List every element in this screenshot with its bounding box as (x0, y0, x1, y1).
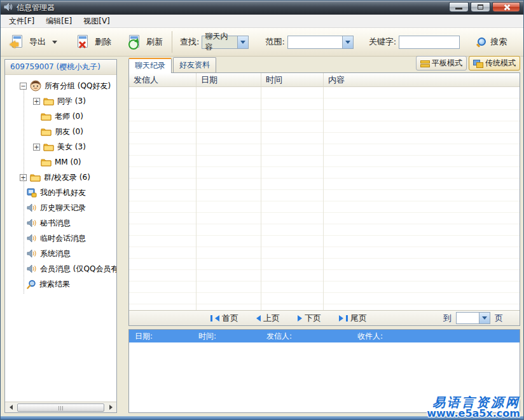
goto-page-arrow-button[interactable] (479, 313, 490, 323)
table-header: 发信人 日期 时间 内容 (129, 73, 520, 87)
first-page-button[interactable]: 首页 (210, 313, 238, 324)
delete-button[interactable]: 删除 (72, 32, 114, 51)
tab-chat-records[interactable]: 聊天纪录 (128, 58, 172, 73)
tree-item[interactable]: +美女 (3) (5, 139, 116, 154)
friend-tree: −所有分组 (QQ好友)+同学 (3)老师 (0)朋友 (0)+美女 (3)MM… (5, 75, 116, 402)
tree-item[interactable]: 老师 (0) (5, 109, 116, 124)
expand-toggle[interactable]: + (33, 144, 40, 151)
column-header-date[interactable]: 日期 (197, 73, 261, 86)
keyword-input[interactable] (399, 36, 460, 49)
expand-toggle[interactable]: + (20, 174, 27, 181)
traditional-mode-label: 传统模式 (485, 58, 516, 69)
speaker-icon (27, 249, 37, 258)
close-icon (503, 4, 510, 11)
refresh-button[interactable]: 刷新 (124, 32, 165, 51)
column-divider (323, 87, 324, 310)
speaker-icon (27, 234, 37, 243)
page-unit-label: 页 (495, 313, 503, 324)
last-page-button[interactable]: 尾页 (339, 313, 367, 324)
table-body[interactable] (129, 87, 520, 310)
menu-edit[interactable]: 编辑[E] (40, 15, 78, 28)
speaker-icon (27, 219, 37, 227)
column-header-content[interactable]: 内容 (324, 73, 520, 86)
traditional-mode-icon (473, 60, 482, 67)
toolbar-separator (172, 31, 172, 53)
menu-file[interactable]: 文件[F] (3, 15, 40, 28)
tree-item-label: 会员消息 (仅QQ会员有效) (40, 264, 116, 274)
menu-view[interactable]: 视图[V] (78, 15, 116, 28)
scrollbar-thumb[interactable] (17, 403, 104, 412)
goto-page-select[interactable] (456, 312, 490, 324)
find-select-arrow-button[interactable] (237, 36, 248, 48)
scope-select-value (288, 36, 342, 48)
tree-item-label: MM (0) (55, 158, 81, 166)
right-arrow-icon (109, 405, 113, 410)
prev-page-label: 上页 (263, 313, 280, 324)
collapse-toggle[interactable]: − (20, 83, 27, 90)
find-select-value: 聊天内容 (202, 36, 237, 48)
avatar-icon (30, 80, 41, 91)
tree-item[interactable]: +群/校友录 (6) (5, 170, 116, 185)
detail-sender-label: 发信人: (266, 331, 292, 342)
scope-select[interactable] (287, 36, 354, 49)
sidebar-horizontal-scrollbar[interactable] (5, 402, 116, 412)
keyword-label: 关键字: (369, 36, 396, 48)
export-button[interactable]: 导出 (7, 32, 60, 51)
delete-label: 删除 (95, 36, 111, 48)
first-page-icon (210, 315, 212, 322)
expand-toggle[interactable]: + (33, 98, 40, 105)
tree-item[interactable]: −所有分组 (QQ好友) (5, 78, 116, 93)
speaker-icon (27, 264, 37, 273)
prev-page-button[interactable]: 上页 (256, 313, 280, 324)
tab-friend-info[interactable]: 好友资料 (173, 57, 216, 72)
last-page-icon (346, 315, 348, 322)
column-header-sender[interactable]: 发信人 (129, 73, 197, 86)
first-page-label: 首页 (222, 313, 238, 324)
detail-date-label: 日期: (135, 331, 153, 342)
goto-page-value (457, 313, 479, 323)
tree-item[interactable]: 搜索结果 (5, 276, 116, 292)
minimize-icon (455, 8, 462, 10)
search-label: 搜索 (490, 36, 507, 48)
folder-icon (41, 112, 52, 121)
next-page-button[interactable]: 下页 (298, 313, 321, 324)
maximize-button[interactable] (471, 2, 490, 12)
tree-item[interactable]: 朋友 (0) (5, 124, 116, 139)
column-divider (261, 87, 261, 310)
close-button[interactable] (492, 2, 520, 12)
flat-mode-button[interactable]: 平板模式 (416, 56, 467, 71)
chat-record-table: 发信人 日期 时间 内容 首页 上页 (128, 72, 520, 326)
folder-icon (41, 158, 52, 166)
window-title: 信息管理器 (17, 3, 55, 13)
tree-item[interactable]: 秘书消息 (5, 215, 116, 231)
toolbar: 导出 删除 刷新 查找: 聊天内容 范围: 关键字: 搜索 (1, 28, 523, 57)
tree-item[interactable]: 系统消息 (5, 246, 116, 261)
chevron-down-icon[interactable] (52, 41, 57, 44)
scroll-right-button[interactable] (106, 403, 116, 412)
left-arrow-icon (10, 405, 13, 410)
next-page-label: 下页 (305, 313, 321, 324)
tab-bar: 聊天纪录 好友资料 平板模式 传统模式 (128, 58, 520, 72)
phone-icon (27, 188, 37, 198)
tree-item[interactable]: +同学 (3) (5, 93, 116, 109)
watermark-site-name: 易语言资源网 (427, 396, 520, 409)
app-window: 信息管理器 文件[F] 编辑[E] 视图[V] 导出 删除 刷新 查找: 聊天内… (0, 0, 524, 420)
traditional-mode-button[interactable]: 传统模式 (469, 56, 520, 71)
find-select[interactable]: 聊天内容 (202, 36, 249, 49)
tree-item[interactable]: MM (0) (5, 154, 116, 170)
tree-item[interactable]: 历史聊天记录 (5, 200, 116, 215)
tree-item[interactable]: 临时会话消息 (5, 231, 116, 246)
tree-item[interactable]: 我的手机好友 (5, 185, 116, 200)
tree-item[interactable]: 会员消息 (仅QQ会员有效) (5, 261, 116, 276)
search-button[interactable]: 搜索 (474, 34, 509, 50)
flat-mode-label: 平板模式 (432, 58, 462, 69)
app-speaker-icon (4, 2, 13, 14)
column-header-time[interactable]: 时间 (261, 73, 324, 86)
scroll-left-button[interactable] (6, 403, 16, 412)
goto-page-group: 到 页 (443, 312, 503, 324)
mode-buttons: 平板模式 传统模式 (416, 56, 520, 72)
minimize-button[interactable] (449, 2, 469, 12)
tree-item-label: 所有分组 (QQ好友) (45, 81, 111, 91)
scope-select-arrow-button[interactable] (342, 36, 353, 48)
left-arrow-icon (256, 315, 261, 322)
